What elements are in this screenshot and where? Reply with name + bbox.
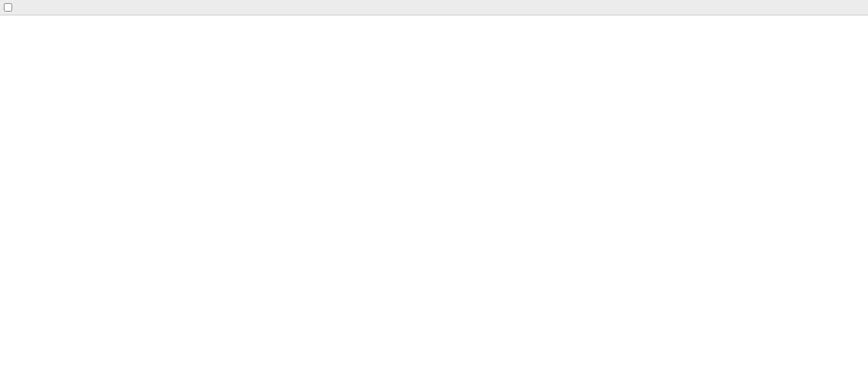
linewrap-label: [3, 2, 14, 12]
code-wrapper: [0, 15, 868, 17]
code-container: [0, 15, 868, 17]
linewrap-checkbox[interactable]: [4, 3, 12, 12]
toolbar: [0, 0, 868, 15]
